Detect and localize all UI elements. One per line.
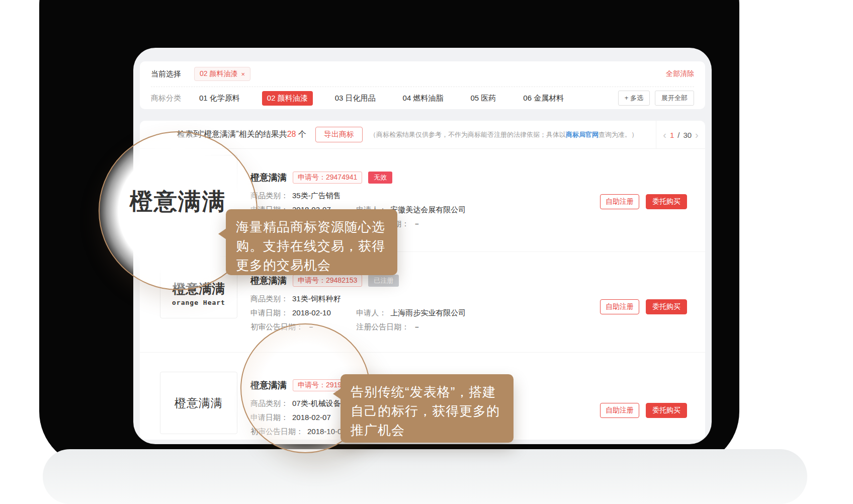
disclaimer-suffix: 查询为准。） (599, 131, 638, 138)
application-number-badge: 申请号：29474941 (293, 172, 362, 184)
field-value: 35类-广告销售 (292, 191, 341, 200)
trademark-image-subtext: orange Heart (172, 299, 225, 306)
callout-tooltip: 海量精品商标资源随心选购。支持在线交易，获得更多的交易机会 (226, 209, 397, 275)
expand-all-button[interactable]: 展开全部 (655, 91, 694, 106)
category-tab-06[interactable]: 06 金属材料 (518, 91, 569, 106)
entrust-purchase-button[interactable]: 委托购买 (646, 403, 687, 418)
filter-panel: 当前选择 02 颜料油漆 × 全部清除 商标分类 01 化学原料 02 颜料油漆… (140, 61, 705, 109)
self-register-button[interactable]: 自助注册 (600, 194, 639, 209)
callout-tooltip: 告别传统“发表格”，搭建自己的标行，获得更多的推广机会 (340, 374, 514, 443)
field-value: － (413, 219, 420, 228)
total-pages: 30 (683, 131, 692, 139)
category-tab-03[interactable]: 03 日化用品 (330, 91, 381, 106)
trademark-image-text: 橙意满满 (175, 395, 223, 411)
results-count: 28 (287, 130, 296, 138)
category-label: 商标分类 (151, 94, 181, 103)
trademark-name: 橙意满满 (250, 172, 287, 184)
application-number: 29474941 (326, 173, 357, 181)
category-tab-02[interactable]: 02 颜料油漆 (262, 91, 313, 106)
field-label: 注册公告日期： (356, 322, 409, 331)
application-number-label: 申请号： (298, 173, 326, 181)
current-selection-label: 当前选择 (151, 69, 181, 79)
field-value: 2018-02-10 (292, 308, 331, 317)
category-tab-04[interactable]: 04 燃料油脂 (398, 91, 449, 106)
pagination: ‹ 1 / 30 › (656, 121, 705, 149)
entrust-purchase-button[interactable]: 委托购买 (646, 299, 687, 314)
field-value: 安徽美达会展有限公司 (390, 205, 466, 214)
disclaimer-text: （商标检索结果仅供参考，不作为商标能否注册的法律依据；具体以商标局官网查询为准。… (370, 130, 638, 139)
results-header: 检索到“橙意满满”相关的结果共28 个 导出商标 （商标检索结果仅供参考，不作为… (140, 121, 705, 149)
status-badge: 无效 (368, 172, 392, 184)
laptop-base (43, 449, 807, 504)
tag-close-icon[interactable]: × (241, 70, 245, 78)
entrust-purchase-button[interactable]: 委托购买 (646, 194, 687, 209)
trademark-name: 橙意满满 (250, 275, 287, 287)
field-value: 上海雨步实业有限公司 (390, 308, 466, 317)
selected-filter-tag[interactable]: 02 颜料油漆 × (194, 67, 250, 81)
prev-page-icon[interactable]: ‹ (663, 130, 666, 140)
current-page: 1 (670, 131, 674, 139)
trademark-image: 橙意满满 (160, 372, 237, 434)
application-number-label: 申请号： (298, 276, 326, 284)
export-trademarks-button[interactable]: 导出商标 (315, 127, 363, 142)
status-badge: 已注册 (368, 275, 399, 287)
self-register-button[interactable]: 自助注册 (600, 403, 639, 418)
next-page-icon[interactable]: › (695, 130, 699, 140)
application-number-badge: 申请号：29482153 (293, 275, 362, 287)
self-register-button[interactable]: 自助注册 (600, 299, 639, 314)
page: 当前选择 02 颜料油漆 × 全部清除 商标分类 01 化学原料 02 颜料油漆… (0, 0, 853, 504)
disclaimer-prefix: （商标检索结果仅供参考，不作为商标能否注册的法律依据；具体以 (370, 131, 566, 138)
multi-select-button[interactable]: + 多选 (618, 91, 650, 106)
field-value: － (413, 322, 420, 331)
category-tab-01[interactable]: 01 化学原料 (194, 91, 245, 106)
summary-suffix: 个 (296, 130, 306, 138)
field-label: 申请日期： (250, 308, 288, 317)
selected-filter-tag-text: 02 颜料油漆 (200, 69, 237, 78)
category-row: 商标分类 01 化学原料 02 颜料油漆 03 日化用品 04 燃料油脂 05 … (151, 87, 694, 109)
magnified-trademark-text: 橙意满满 (130, 186, 226, 217)
clear-all-link[interactable]: 全部清除 (666, 69, 694, 78)
trademark-office-link[interactable]: 商标局官网 (566, 131, 599, 138)
page-separator: / (677, 131, 679, 139)
summary-mid: ”相关的结果共 (236, 130, 287, 138)
category-tab-05[interactable]: 05 医药 (465, 91, 501, 106)
application-number: 29482153 (326, 276, 357, 284)
current-selection-row: 当前选择 02 颜料油漆 × 全部清除 (151, 61, 694, 87)
field-label: 商品类别： (250, 294, 288, 303)
field-label: 申请人： (356, 308, 386, 317)
field-value: 31类-饲料种籽 (292, 294, 341, 303)
